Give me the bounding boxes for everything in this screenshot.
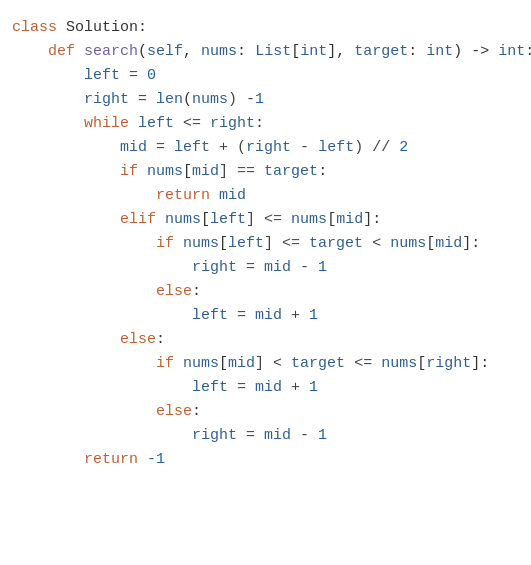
code-line: else: bbox=[12, 400, 519, 424]
code-token: : bbox=[237, 43, 255, 60]
code-token: right bbox=[426, 355, 471, 372]
code-token: = bbox=[147, 139, 174, 156]
code-token: while bbox=[84, 115, 138, 132]
code-token: nums bbox=[147, 163, 183, 180]
code-token: mid bbox=[219, 187, 246, 204]
code-token: < bbox=[363, 235, 390, 252]
code-token: mid bbox=[264, 259, 291, 276]
code-token: left bbox=[318, 139, 354, 156]
code-token: left bbox=[84, 67, 120, 84]
code-token: nums bbox=[192, 91, 228, 108]
code-line: elif nums[left] <= nums[mid]: bbox=[12, 208, 519, 232]
code-token: [ bbox=[219, 355, 228, 372]
code-token: : bbox=[525, 43, 531, 60]
code-token: nums bbox=[165, 211, 201, 228]
code-token: <= bbox=[174, 115, 210, 132]
code-token: else bbox=[156, 403, 192, 420]
code-token: : bbox=[192, 283, 201, 300]
code-token: 1 bbox=[309, 307, 318, 324]
code-token: left bbox=[228, 235, 264, 252]
code-token: left bbox=[192, 379, 228, 396]
code-token: elif bbox=[120, 211, 165, 228]
code-token: return bbox=[84, 451, 147, 468]
code-token: Solution: bbox=[66, 19, 147, 36]
code-token: : bbox=[255, 115, 264, 132]
code-token: mid bbox=[264, 427, 291, 444]
code-token: ]: bbox=[471, 355, 489, 372]
code-token: int bbox=[300, 43, 327, 60]
code-token: : bbox=[408, 43, 426, 60]
code-token: 1 bbox=[255, 91, 264, 108]
code-token: left bbox=[138, 115, 174, 132]
code-token: 1 bbox=[309, 379, 318, 396]
code-line: right = len(nums) -1 bbox=[12, 88, 519, 112]
code-line: left = mid + 1 bbox=[12, 376, 519, 400]
code-line: class Solution: bbox=[12, 16, 519, 40]
code-token: 0 bbox=[147, 67, 156, 84]
code-token: : bbox=[192, 403, 201, 420]
code-line: left = mid + 1 bbox=[12, 304, 519, 328]
code-token: [ bbox=[183, 163, 192, 180]
code-token: if bbox=[156, 235, 183, 252]
code-token: [ bbox=[417, 355, 426, 372]
code-token: len bbox=[156, 91, 183, 108]
code-token: target bbox=[309, 235, 363, 252]
code-line: right = mid - 1 bbox=[12, 424, 519, 448]
code-line: def search(self, nums: List[int], target… bbox=[12, 40, 519, 64]
code-token: ( bbox=[183, 91, 192, 108]
code-token: [ bbox=[291, 43, 300, 60]
code-token: class bbox=[12, 19, 66, 36]
code-token: - bbox=[291, 139, 318, 156]
code-token: def bbox=[48, 43, 84, 60]
code-token: if bbox=[156, 355, 183, 372]
code-token: right bbox=[210, 115, 255, 132]
code-token: return bbox=[156, 187, 219, 204]
code-token: 2 bbox=[399, 139, 408, 156]
code-token: target bbox=[291, 355, 345, 372]
code-line: return mid bbox=[12, 184, 519, 208]
code-token: = bbox=[120, 67, 147, 84]
code-line: if nums[mid] == target: bbox=[12, 160, 519, 184]
code-token: -1 bbox=[147, 451, 165, 468]
code-token: = bbox=[237, 427, 264, 444]
code-token: ) -> bbox=[453, 43, 498, 60]
code-token: [ bbox=[219, 235, 228, 252]
code-token: List bbox=[255, 43, 291, 60]
code-token: ]: bbox=[363, 211, 381, 228]
code-token: [ bbox=[327, 211, 336, 228]
code-line: while left <= right: bbox=[12, 112, 519, 136]
code-token: ] <= bbox=[264, 235, 309, 252]
code-token: self bbox=[147, 43, 183, 60]
code-token: : bbox=[318, 163, 327, 180]
code-line: if nums[mid] < target <= nums[right]: bbox=[12, 352, 519, 376]
code-token: , bbox=[183, 43, 201, 60]
code-token: nums bbox=[291, 211, 327, 228]
code-token: left bbox=[174, 139, 210, 156]
code-token: target bbox=[354, 43, 408, 60]
code-token: ] < bbox=[255, 355, 291, 372]
code-token: [ bbox=[201, 211, 210, 228]
code-token: else bbox=[156, 283, 192, 300]
code-line: right = mid - 1 bbox=[12, 256, 519, 280]
code-token: nums bbox=[381, 355, 417, 372]
code-token: mid bbox=[336, 211, 363, 228]
code-line: left = 0 bbox=[12, 64, 519, 88]
code-line: mid = left + (right - left) // 2 bbox=[12, 136, 519, 160]
code-token: int bbox=[426, 43, 453, 60]
code-token: = bbox=[228, 379, 255, 396]
code-token: mid bbox=[120, 139, 147, 156]
code-token: ] == bbox=[219, 163, 264, 180]
code-token: + bbox=[282, 379, 309, 396]
code-token: ]: bbox=[462, 235, 480, 252]
code-token: mid bbox=[255, 379, 282, 396]
code-token: right bbox=[192, 259, 237, 276]
code-token: right bbox=[84, 91, 129, 108]
code-token: int bbox=[498, 43, 525, 60]
code-token: ) // bbox=[354, 139, 399, 156]
code-token: <= bbox=[345, 355, 381, 372]
code-block: class Solution: def search(self, nums: L… bbox=[12, 16, 519, 472]
code-token: ] <= bbox=[246, 211, 291, 228]
code-token: nums bbox=[183, 355, 219, 372]
code-token: left bbox=[192, 307, 228, 324]
code-token: [ bbox=[426, 235, 435, 252]
